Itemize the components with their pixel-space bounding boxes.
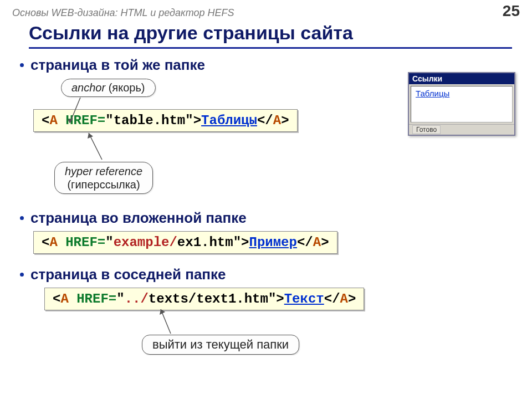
bullet-3-text: страница в соседней папке <box>30 266 226 283</box>
svg-marker-1 <box>88 133 93 139</box>
bullet-dot-icon <box>20 216 24 220</box>
browser-statusbar: Готово <box>409 124 514 135</box>
arrow-icon <box>86 132 114 165</box>
callout-hyper-paren: (гиперссылка) <box>65 178 142 191</box>
slide-title: Ссылки на другие страницы сайта <box>29 21 512 49</box>
bullet-3: страница в соседней папке <box>20 266 532 283</box>
callout-anchor-paren: (якорь) <box>105 81 145 94</box>
arrow-icon <box>156 308 178 339</box>
code1-link: Таблицы <box>201 113 257 128</box>
code2-link: Пример <box>249 235 297 250</box>
bullet-dot-icon <box>20 273 24 277</box>
bullet-dot-icon <box>20 63 24 67</box>
code-example-2: <A HREF="example/ex1.htm">Пример</A> <box>33 231 337 254</box>
top-bar: Основы WEB-дизайна: HTML и редактор HEFS… <box>0 0 532 20</box>
browser-viewport: Таблицы <box>411 86 513 122</box>
course-title: Основы WEB-дизайна: HTML и редактор HEFS <box>12 7 234 19</box>
code3-link: Текст <box>284 291 324 306</box>
bullet-2: страница во вложенной папке <box>20 209 532 227</box>
callout-anchor: anchor (якорь) <box>61 79 156 97</box>
callout-exit-text: выйти из текущей папки <box>152 337 289 351</box>
browser-link[interactable]: Таблицы <box>416 89 449 98</box>
callout-hyper-main: hyper reference <box>65 165 142 178</box>
callout-anchor-main: anchor <box>71 81 105 94</box>
browser-titlebar: Ссылки <box>409 73 514 84</box>
bullet-1: страница в той же папке <box>20 57 532 74</box>
browser-window: Ссылки Таблицы Готово <box>408 72 515 136</box>
page-number: 25 <box>503 2 520 20</box>
arrow-icon <box>66 96 89 130</box>
code-example-3: <A HREF="../texts/text1.htm">Текст</A> <box>44 288 364 310</box>
callout-hyperref: hyper reference (гиперссылка) <box>54 162 153 194</box>
browser-status-text: Готово <box>412 125 441 134</box>
bullet-2-text: страница во вложенной папке <box>30 209 247 227</box>
bullet-1-text: страница в той же папке <box>30 57 205 74</box>
